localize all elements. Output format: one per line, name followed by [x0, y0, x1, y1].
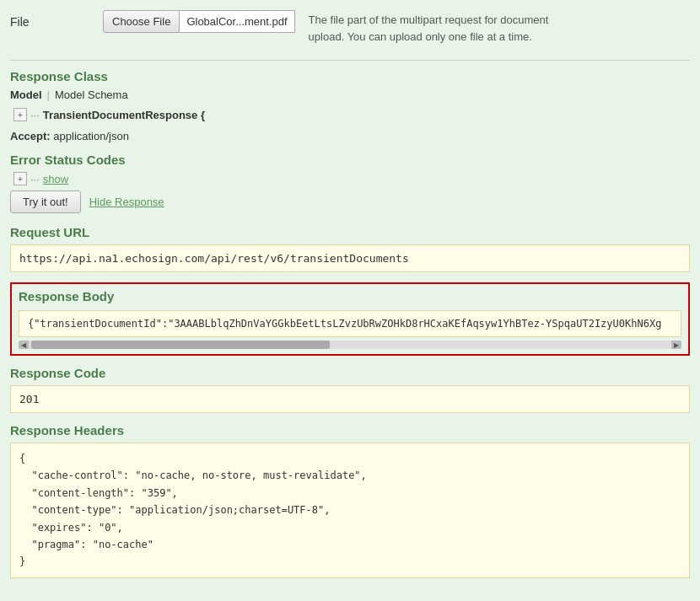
error-status-row: + ··· show: [13, 172, 690, 185]
try-button[interactable]: Try it out!: [10, 190, 81, 213]
page-wrapper: File Choose File GlobalCor...ment.pdf Th…: [0, 0, 700, 601]
scroll-arrow-right-icon[interactable]: ▶: [671, 341, 681, 349]
file-name-display: GlobalCor...ment.pdf: [180, 10, 294, 33]
ellipsis-text: ···: [30, 109, 40, 121]
tab-divider: |: [47, 89, 50, 101]
accept-value: application/json: [53, 130, 129, 142]
accept-line: Accept: application/json: [10, 130, 690, 142]
show-link[interactable]: show: [43, 173, 68, 185]
expand-icon[interactable]: +: [13, 108, 27, 121]
response-code-box: 201: [10, 385, 690, 413]
file-label: File: [10, 10, 103, 29]
scroll-arrow-left-icon[interactable]: ◀: [19, 341, 29, 349]
hide-response-link[interactable]: Hide Response: [89, 196, 164, 208]
response-body-title: Response Body: [12, 284, 688, 307]
response-headers-title: Response Headers: [10, 423, 690, 437]
response-headers-content: { "cache-control": "no-cache, no-store, …: [19, 450, 681, 571]
transient-block: + ··· TransientDocumentResponse {: [13, 108, 690, 121]
tab-schema[interactable]: Model Schema: [55, 89, 128, 101]
scroll-track[interactable]: ◀ ▶: [19, 341, 681, 349]
file-row: File Choose File GlobalCor...ment.pdf Th…: [10, 7, 690, 45]
response-class-title: Response Class: [10, 69, 690, 83]
error-ellipsis: ···: [30, 173, 40, 185]
file-description: The file part of the multipart request f…: [309, 10, 562, 45]
scroll-thumb[interactable]: [31, 341, 330, 349]
accept-label: Accept:: [10, 130, 53, 142]
file-input-area: Choose File GlobalCor...ment.pdf: [103, 10, 295, 33]
request-url-box: https://api.na1.echosign.com/api/rest/v6…: [10, 244, 690, 272]
response-body-content: {"transientDocumentId":"3AAABLblqZhDnVaY…: [19, 310, 681, 337]
response-headers-box: { "cache-control": "no-cache, no-store, …: [10, 443, 690, 578]
model-tabs: Model | Model Schema: [10, 89, 690, 101]
error-status-title: Error Status Codes: [10, 153, 690, 167]
choose-file-button[interactable]: Choose File: [103, 10, 180, 33]
response-code-title: Response Code: [10, 366, 690, 380]
section-divider: [10, 60, 690, 61]
request-url-title: Request URL: [10, 225, 690, 239]
tab-model[interactable]: Model: [10, 89, 42, 101]
try-row: Try it out! Hide Response: [10, 190, 690, 213]
transient-name: TransientDocumentResponse {: [43, 109, 205, 121]
response-body-section: Response Body {"transientDocumentId":"3A…: [10, 282, 690, 356]
error-expand-icon[interactable]: +: [13, 172, 27, 185]
